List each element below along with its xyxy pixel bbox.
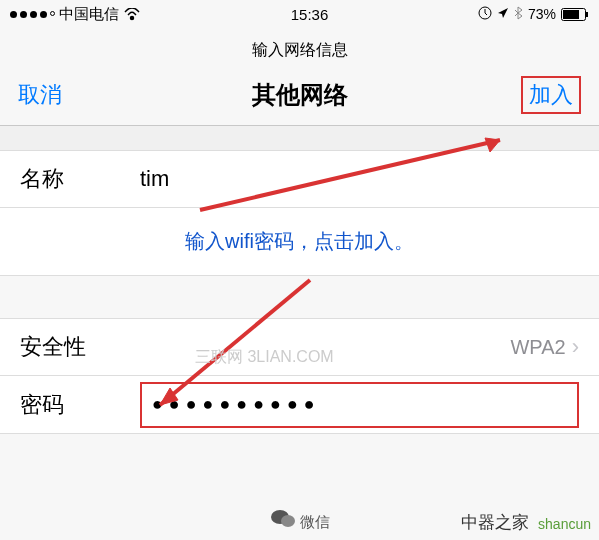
rotation-lock-icon bbox=[478, 6, 492, 23]
password-row[interactable]: 密码 ●●●●●●●●●● bbox=[0, 376, 599, 434]
wifi-icon bbox=[123, 8, 141, 21]
status-bar: 中国电信 15:36 73% bbox=[0, 0, 599, 28]
status-left: 中国电信 bbox=[10, 5, 141, 24]
battery-pct: 73% bbox=[528, 6, 556, 22]
security-label: 安全性 bbox=[20, 332, 140, 362]
status-time: 15:36 bbox=[141, 6, 478, 23]
password-label: 密码 bbox=[20, 390, 140, 420]
cancel-button[interactable]: 取消 bbox=[18, 80, 62, 110]
password-value: ●●●●●●●●●● bbox=[152, 394, 321, 415]
watermark-shancun: shancun bbox=[538, 516, 591, 532]
name-label: 名称 bbox=[20, 164, 140, 194]
status-right: 73% bbox=[478, 6, 589, 23]
location-icon bbox=[497, 6, 509, 22]
wechat-icon bbox=[270, 508, 296, 530]
svg-rect-3 bbox=[563, 10, 579, 19]
carrier-label: 中国电信 bbox=[59, 5, 119, 24]
nav-bar: 取消 其他网络 加入 bbox=[0, 71, 599, 125]
security-value: WPA2 bbox=[510, 336, 565, 359]
bluetooth-icon bbox=[514, 6, 523, 23]
name-input[interactable]: tim bbox=[140, 166, 579, 192]
modal-subtitle: 输入网络信息 bbox=[0, 28, 599, 71]
section-gap bbox=[0, 126, 599, 150]
chevron-right-icon: › bbox=[572, 334, 579, 360]
nav-title: 其他网络 bbox=[18, 79, 581, 111]
security-row[interactable]: 安全性 WPA2 › bbox=[0, 318, 599, 376]
security-value-wrap: WPA2 › bbox=[510, 334, 579, 360]
join-button[interactable]: 加入 bbox=[521, 76, 581, 114]
svg-point-10 bbox=[281, 515, 295, 527]
password-input[interactable]: ●●●●●●●●●● bbox=[140, 382, 579, 428]
signal-icon bbox=[10, 11, 55, 18]
watermark-brand: 中器之家 bbox=[461, 511, 529, 534]
svg-rect-4 bbox=[586, 12, 588, 17]
annotation-text: 输入wifi密码，点击加入。 bbox=[0, 208, 599, 276]
battery-icon bbox=[561, 8, 589, 21]
wechat-label: 微信 bbox=[300, 513, 330, 532]
name-row[interactable]: 名称 tim bbox=[0, 150, 599, 208]
svg-point-0 bbox=[131, 16, 134, 19]
